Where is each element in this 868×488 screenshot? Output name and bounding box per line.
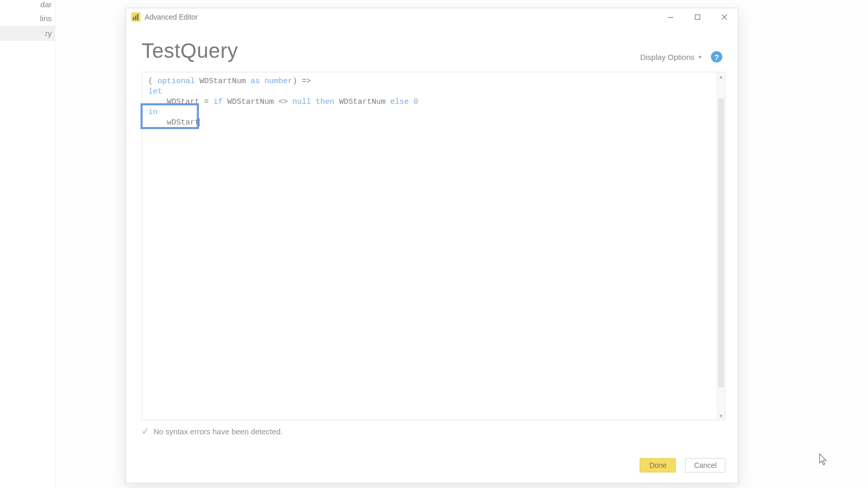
app-root: dar lins ry Advanced Editor bbox=[0, 0, 868, 488]
maximize-button[interactable] bbox=[684, 8, 711, 26]
code-editor[interactable]: ( optional WDStartNum as number) => let … bbox=[142, 72, 725, 420]
powerbi-icon bbox=[131, 12, 141, 22]
sidebar-item[interactable]: dar bbox=[0, 0, 55, 11]
text-cursor bbox=[199, 118, 199, 127]
svg-rect-4 bbox=[695, 15, 700, 20]
code-text[interactable]: ( optional WDStartNum as number) => let … bbox=[142, 72, 725, 132]
editor-scrollbar[interactable]: ▲ ▼ bbox=[717, 72, 725, 420]
scroll-down-icon[interactable]: ▼ bbox=[717, 412, 725, 420]
dialog-buttons: Done Cancel bbox=[640, 458, 725, 473]
svg-rect-3 bbox=[668, 17, 673, 18]
window-title: Advanced Editor bbox=[145, 13, 198, 21]
svg-rect-1 bbox=[135, 15, 136, 20]
display-options-dropdown[interactable]: Display Options ▾ bbox=[640, 53, 702, 61]
cancel-button[interactable]: Cancel bbox=[685, 458, 725, 473]
svg-rect-2 bbox=[137, 14, 138, 20]
check-icon: ✓ bbox=[142, 426, 149, 437]
status-message: No syntax errors have been detected. bbox=[153, 427, 283, 436]
mouse-cursor-icon bbox=[819, 453, 828, 466]
sidebar-item[interactable]: lins bbox=[0, 11, 55, 26]
header-row: TestQuery Display Options ▾ ? bbox=[142, 39, 725, 62]
svg-rect-0 bbox=[133, 17, 134, 20]
done-button[interactable]: Done bbox=[640, 458, 676, 473]
status-row: ✓ No syntax errors have been detected. bbox=[142, 426, 725, 437]
scroll-thumb[interactable] bbox=[718, 98, 724, 387]
display-options-label: Display Options bbox=[640, 53, 694, 61]
help-button[interactable]: ? bbox=[711, 51, 722, 62]
dialog-content: TestQuery Display Options ▾ ? ( optional… bbox=[126, 26, 738, 483]
query-name: TestQuery bbox=[142, 39, 238, 62]
sidebar-item[interactable]: ry bbox=[0, 26, 55, 41]
titlebar: Advanced Editor bbox=[126, 8, 738, 26]
scroll-up-icon[interactable]: ▲ bbox=[717, 72, 725, 81]
chevron-down-icon: ▾ bbox=[699, 54, 702, 60]
advanced-editor-dialog: Advanced Editor TestQuery Display bbox=[126, 8, 738, 483]
queries-pane-fragment: dar lins ry bbox=[0, 0, 55, 488]
minimize-button[interactable] bbox=[657, 8, 684, 26]
close-button[interactable] bbox=[711, 8, 738, 26]
